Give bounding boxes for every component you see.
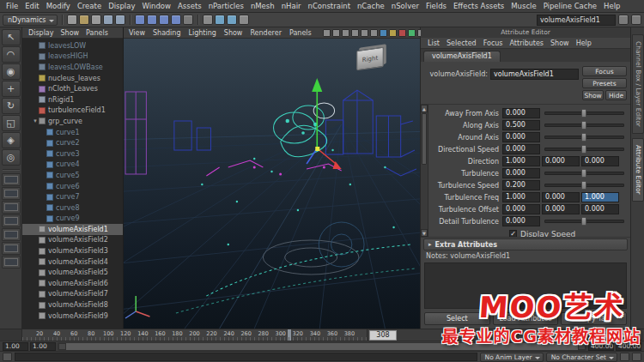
attr-along-axis-field-0[interactable]: 0.500 <box>502 120 540 130</box>
outliner-item-curve8[interactable]: curve8 <box>22 202 123 214</box>
menu-nparticles[interactable]: nParticles <box>205 2 247 10</box>
show-manipulator-icon[interactable] <box>618 15 629 25</box>
attr-turbulence-speed-field-0[interactable]: 0.200 <box>502 180 540 190</box>
focus-button[interactable]: Focus <box>582 66 627 76</box>
outliner-item-turbulencefield1[interactable]: turbulenceField1 <box>22 106 123 117</box>
menu-window[interactable]: Window <box>138 2 174 10</box>
attr-turbulence-slider[interactable] <box>544 172 624 175</box>
outliner-item-curve3[interactable]: curve3 <box>22 148 123 160</box>
render-settings-icon[interactable] <box>239 15 249 25</box>
outliner-item-volumeaxisfield7[interactable]: volumeAxisField7 <box>22 289 123 300</box>
menu-effects-assets[interactable]: Effects Assets <box>450 2 507 10</box>
attr-turbulence-offset-field-1[interactable]: 0.000 <box>542 204 580 214</box>
slider-handle-icon[interactable] <box>581 121 586 130</box>
outliner-item-curve9[interactable]: curve9 <box>22 214 123 225</box>
attr-turbulence-speed-slider[interactable] <box>544 184 624 187</box>
menu-modify[interactable]: Modify <box>43 2 74 10</box>
ae-menu-attributes[interactable]: Attributes <box>507 39 548 47</box>
outliner-item-curve2[interactable]: curve2 <box>22 137 123 148</box>
undo-icon[interactable] <box>103 15 113 25</box>
film-gate-icon[interactable] <box>389 29 397 37</box>
ae-menu-focus[interactable]: Focus <box>480 39 507 47</box>
slider-handle-icon[interactable] <box>581 169 586 178</box>
ae-menu-selected[interactable]: Selected <box>443 39 480 47</box>
attr-direction-field-0[interactable]: 1.000 <box>502 156 540 166</box>
outliner-item-curve4[interactable]: curve4 <box>22 160 123 171</box>
slider-handle-icon[interactable] <box>581 145 586 154</box>
menu-help[interactable]: Help <box>600 2 623 10</box>
snap-point-icon[interactable] <box>159 15 169 25</box>
outliner-item-leaveshigh[interactable]: leavesHIGH <box>22 51 123 63</box>
node-name-field[interactable]: volumeAxisField1 <box>490 69 579 80</box>
scroll-down-icon[interactable]: ▼ <box>421 229 428 237</box>
render-current-frame-icon[interactable] <box>215 15 225 25</box>
viewport-menu-view[interactable]: View <box>125 29 149 37</box>
outliner-menu-show[interactable]: Show <box>58 29 83 37</box>
auto-keyframe-icon[interactable] <box>620 353 629 361</box>
gate-mask-icon[interactable] <box>408 29 416 37</box>
animation-start-field[interactable]: 1.00 <box>3 342 28 351</box>
scrollbar[interactable]: ▲ ▼ <box>421 105 428 237</box>
attr-around-axis-field-0[interactable]: 0.000 <box>502 132 540 142</box>
ipr-render-icon[interactable] <box>227 15 237 25</box>
menu-create[interactable]: Create <box>74 2 105 10</box>
outliner-item-volumeaxisfield3[interactable]: volumeAxisField3 <box>22 245 123 256</box>
slider-handle-icon[interactable] <box>581 217 586 226</box>
scroll-up-icon[interactable]: ▲ <box>421 105 428 112</box>
soft-modification-tool[interactable]: ◎ <box>2 149 21 166</box>
hypershade-persp-layout[interactable] <box>2 256 21 268</box>
outliner-item-volumeaxisfield5[interactable]: volumeAxisField5 <box>22 267 123 278</box>
script-editor-icon[interactable] <box>3 353 12 361</box>
menu-ncache[interactable]: nCache <box>354 2 388 10</box>
menu-file[interactable]: File <box>3 2 21 10</box>
attr-detail-turbulence-field-0[interactable]: 0.000 <box>502 216 540 226</box>
four-pane-layout[interactable] <box>2 214 21 227</box>
make-live-icon[interactable] <box>183 15 193 25</box>
bookmarks-icon[interactable] <box>351 29 359 37</box>
current-frame-field[interactable]: 308 <box>369 330 397 341</box>
attr-directional-speed-field-0[interactable]: 0.000 <box>502 144 540 154</box>
attr-turbulence-freq-field-0[interactable]: 1.000 <box>502 192 540 202</box>
outliner-item-grp-curve[interactable]: ▾grp_curve <box>22 116 123 127</box>
outliner-menu-panels[interactable]: Panels <box>82 29 112 37</box>
grid-icon[interactable] <box>380 29 387 37</box>
attr-turbulence-offset-field-0[interactable]: 0.000 <box>502 204 540 214</box>
menu-pipeline-cache[interactable]: Pipeline Cache <box>540 2 600 10</box>
viewport-menu-renderer[interactable]: Renderer <box>246 29 285 37</box>
menu-nmesh[interactable]: nMesh <box>247 2 278 10</box>
menu-fields[interactable]: Fields <box>422 2 450 10</box>
attr-along-axis-slider[interactable] <box>544 124 624 127</box>
outliner-item-leaveslowbase[interactable]: leavesLOWBase <box>22 62 123 73</box>
viewport-menu-lighting[interactable]: Lighting <box>185 29 219 37</box>
slider-handle-icon[interactable] <box>581 181 586 190</box>
paint-select-tool[interactable]: ◉ <box>2 63 21 80</box>
character-set-dropdown[interactable]: No Character Set <box>546 353 617 362</box>
display-speed-checkbox[interactable]: ✓ <box>509 230 517 237</box>
attr-away-from-axis-field-0[interactable]: 0.000 <box>502 108 540 118</box>
resolution-gate-icon[interactable] <box>398 29 406 37</box>
attr-around-axis-slider[interactable] <box>544 136 624 139</box>
attr-turbulence-freq-field-1[interactable]: 0.000 <box>542 192 580 202</box>
menu-muscle[interactable]: Muscle <box>507 2 539 10</box>
new-scene-icon[interactable] <box>67 15 77 25</box>
outliner-item-volumeaxisfield1[interactable]: volumeAxisField1 <box>22 224 123 235</box>
persp-graph-layout[interactable] <box>2 242 21 255</box>
snap-curve-icon[interactable] <box>147 15 157 25</box>
range-start-handle[interactable] <box>58 343 66 350</box>
menu-nconstraint[interactable]: nConstraint <box>305 2 354 10</box>
outliner-item-volumeaxisfield9[interactable]: volumeAxisField9 <box>22 311 123 322</box>
open-scene-icon[interactable] <box>79 15 89 25</box>
ae-menu-show[interactable]: Show <box>547 39 573 47</box>
menu-set-dropdown[interactable]: nDynamics <box>3 15 58 26</box>
menu-display[interactable]: Display <box>105 2 138 10</box>
snap-grid-icon[interactable] <box>135 15 145 25</box>
outliner-item-volumeaxisfield2[interactable]: volumeAxisField2 <box>22 235 123 246</box>
slider-handle-icon[interactable] <box>581 109 586 118</box>
2d-pan-zoom-icon[interactable] <box>370 29 378 37</box>
playhead[interactable] <box>288 329 291 341</box>
menu-edit[interactable]: Edit <box>21 2 42 10</box>
two-pane-stacked-layout[interactable] <box>2 201 21 214</box>
two-pane-side-layout[interactable] <box>2 187 21 200</box>
rotate-tool[interactable]: ↻ <box>2 98 21 114</box>
anim-layer-dropdown[interactable]: No Anim Layer <box>480 353 544 362</box>
